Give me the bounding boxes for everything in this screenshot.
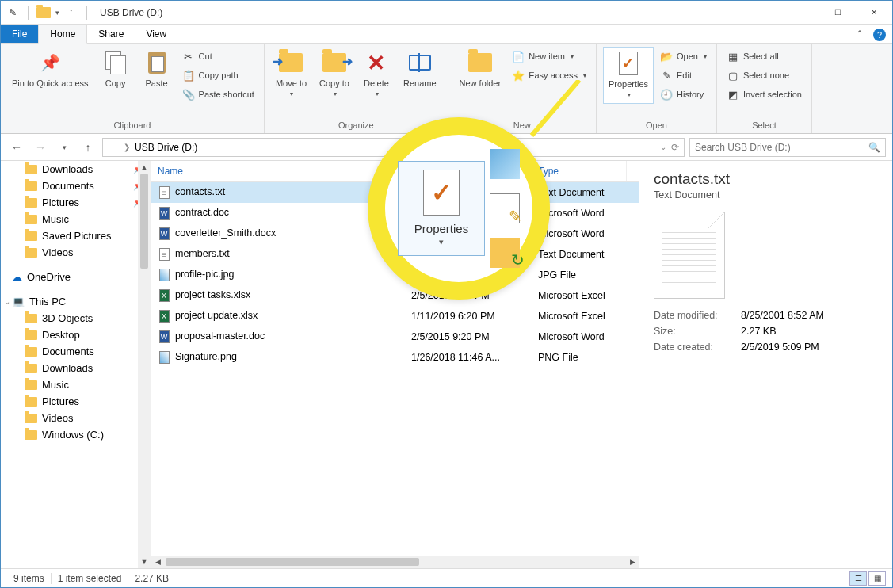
tree-item-videos[interactable]: Videos [1, 244, 151, 261]
forward-button[interactable]: → [31, 138, 50, 157]
details-size-label: Size: [654, 326, 741, 337]
maximize-button[interactable]: ☐ [819, 1, 856, 25]
collapse-ribbon-icon[interactable]: ⌃ [849, 25, 870, 43]
status-size: 2.27 KB [128, 573, 175, 584]
tree-item-music[interactable]: Music [1, 376, 151, 393]
callout-properties-button[interactable]: Properties ▾ [398, 161, 485, 256]
edit-button[interactable]: ✎Edit [657, 67, 710, 83]
pen-icon: ✎ [6, 6, 20, 20]
nav-scrollbar[interactable]: ▲ ▼ [138, 161, 151, 568]
details-created-value: 2/5/2019 5:09 PM [741, 342, 878, 353]
scroll-left-icon[interactable]: ◀ [151, 556, 164, 568]
svg-line-0 [532, 80, 579, 136]
folder-icon[interactable] [36, 6, 51, 20]
folder-icon [25, 215, 37, 224]
folder-icon [25, 248, 37, 258]
tree-item-documents[interactable]: Documents [1, 343, 151, 360]
qat-dropdown-icon[interactable]: ▾ [55, 9, 59, 17]
tree-item-pictures[interactable]: Pictures [1, 393, 151, 410]
tree-item-music[interactable]: Music [1, 211, 151, 227]
copy-path-button[interactable]: 📋Copy path [179, 67, 258, 83]
recent-locations-button[interactable]: ▾ [55, 138, 74, 157]
column-name[interactable]: Name [151, 161, 405, 181]
history-button[interactable]: 🕘History [657, 86, 710, 102]
search-box[interactable]: 🔍 [689, 138, 886, 157]
tree-item-pictures[interactable]: Pictures📌 [1, 194, 151, 211]
tree-item-saved-pictures[interactable]: Saved Pictures [1, 227, 151, 244]
navigation-pane[interactable]: Downloads📌Documents📌Pictures📌MusicSaved … [1, 161, 151, 568]
address-dropdown-icon[interactable]: ⌄ [660, 143, 666, 151]
refresh-icon[interactable]: ⟳ [671, 142, 679, 153]
horizontal-scrollbar[interactable]: ◀ ▶ [151, 556, 639, 568]
scroll-up-icon[interactable]: ▲ [138, 161, 151, 174]
close-button[interactable]: ✕ [856, 1, 892, 25]
scroll-thumb[interactable] [140, 174, 148, 269]
this-pc-icon: 💻 [12, 296, 25, 307]
new-item-icon: 📄 [512, 50, 525, 63]
folder-icon [25, 430, 37, 440]
new-item-button[interactable]: 📄New item▾ [509, 48, 590, 64]
tree-item-videos[interactable]: Videos [1, 410, 151, 426]
new-folder-button[interactable]: New folder [455, 47, 506, 92]
rename-button[interactable]: Rename [399, 47, 441, 92]
copy-to-button[interactable]: ➜ Copy to▾ [315, 47, 354, 102]
search-input[interactable] [695, 142, 868, 153]
scroll-down-icon[interactable]: ▼ [138, 556, 151, 568]
tab-share[interactable]: Share [87, 25, 135, 43]
file-row[interactable]: Signature.png 1/26/2018 11:46 A... PNG F… [151, 347, 639, 368]
tree-this-pc[interactable]: ⌄💻This PC [1, 293, 151, 310]
column-type[interactable]: Type [532, 161, 627, 181]
file-row[interactable]: project update.xlsx 1/11/2019 6:20 PM Mi… [151, 306, 639, 326]
help-icon[interactable]: ? [873, 29, 886, 41]
tab-file[interactable]: File [1, 25, 38, 43]
delete-icon: ✕ [367, 58, 385, 68]
callout-folder-icon: ↻ [490, 238, 520, 268]
tree-item-desktop[interactable]: Desktop [1, 326, 151, 343]
cut-icon: ✂ [182, 50, 195, 63]
minimize-button[interactable]: — [783, 1, 819, 25]
folder-icon [25, 314, 37, 323]
invert-selection-button[interactable]: ◩Invert selection [723, 86, 805, 102]
copy-to-icon: ➜ [322, 53, 346, 72]
cut-button[interactable]: ✂Cut [179, 48, 258, 64]
select-all-button[interactable]: ▦Select all [723, 48, 805, 64]
folder-icon [25, 414, 37, 423]
tree-item-documents[interactable]: Documents📌 [1, 178, 151, 194]
back-button[interactable]: ← [7, 138, 26, 157]
select-all-icon: ▦ [727, 50, 739, 63]
onedrive-icon: ☁ [12, 271, 22, 283]
history-icon: 🕘 [660, 88, 673, 101]
callout-dropdown-icon: ▾ [439, 237, 444, 247]
paste-button[interactable]: Paste [138, 47, 176, 92]
open-button[interactable]: 📂Open▾ [657, 48, 710, 64]
hscroll-thumb[interactable] [166, 558, 419, 566]
tree-onedrive[interactable]: ☁OneDrive [1, 269, 151, 285]
tree-item-downloads[interactable]: Downloads📌 [1, 161, 151, 178]
details-view-button[interactable]: ☰ [849, 571, 867, 586]
properties-button[interactable]: Properties▾ [603, 47, 654, 104]
file-row[interactable]: project tasks.xlsx 2/5/2019 5:13 PM Micr… [151, 285, 639, 306]
tab-view[interactable]: View [135, 25, 177, 43]
callout-edit-icon: ✎ [490, 193, 520, 223]
tree-item-downloads[interactable]: Downloads [1, 360, 151, 376]
delete-button[interactable]: ✕ Delete▾ [357, 47, 395, 102]
folder-icon [25, 231, 37, 241]
copy-button[interactable]: Copy [97, 47, 135, 92]
scroll-right-icon[interactable]: ▶ [626, 556, 639, 568]
tree-item-windows-c-[interactable]: Windows (C:) [1, 426, 151, 443]
pin-to-quick-access-button[interactable]: 📌 Pin to Quick access [7, 47, 93, 92]
tab-home[interactable]: Home [38, 25, 87, 44]
thumbnails-view-button[interactable]: ▦ [868, 571, 886, 586]
tree-item-3d-objects[interactable]: 3D Objects [1, 310, 151, 326]
group-label-open: Open [603, 119, 710, 133]
move-to-icon: ➜ [279, 53, 303, 72]
chevron-down-icon[interactable]: ⌄ [4, 297, 10, 306]
folder-icon [25, 181, 37, 191]
file-row[interactable]: proposal-master.doc 2/5/2015 9:20 PM Mic… [151, 326, 639, 347]
status-bar: 9 items 1 item selected 2.27 KB ☰ ▦ [1, 568, 892, 587]
up-button[interactable]: ↑ [78, 138, 97, 157]
paste-shortcut-button[interactable]: 📎Paste shortcut [179, 86, 258, 102]
move-to-button[interactable]: ➜ Move to▾ [271, 47, 311, 102]
breadcrumb[interactable]: USB Drive (D:) [135, 142, 197, 153]
select-none-button[interactable]: ▢Select none [723, 67, 805, 83]
